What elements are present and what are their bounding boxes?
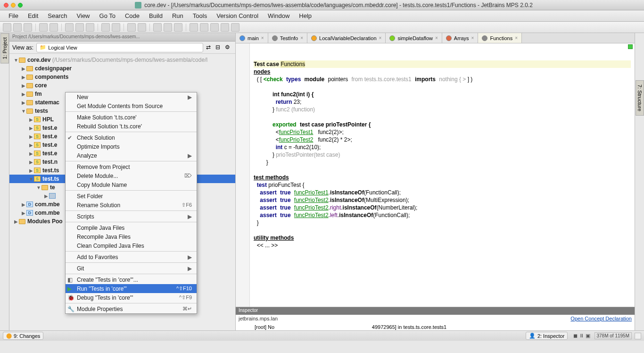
context-menu-item[interactable]: Remove from Project — [66, 162, 197, 171]
context-menu-item[interactable]: Optimize Imports — [66, 142, 197, 151]
context-menu-item[interactable]: Git▶ — [66, 264, 197, 273]
autoscroll-icon[interactable]: ⇄ — [206, 44, 214, 51]
context-menu-item[interactable]: Recompile Java Files — [66, 232, 197, 241]
menu-window[interactable]: Window — [263, 12, 294, 19]
open-concept-link[interactable]: Open Concept Declaration — [570, 316, 632, 321]
changes-tool-button[interactable]: ⬤9: Changes — [3, 332, 43, 340]
tree-row[interactable]: ▼core.dev (/Users/markus/Documents/mps-d… — [9, 56, 235, 64]
view-mode-select[interactable]: 📁 Logical View — [36, 43, 203, 52]
menu-search[interactable]: Search — [43, 12, 72, 19]
menu-goto[interactable]: Go To — [95, 12, 120, 19]
toolbar-button[interactable] — [3, 23, 11, 32]
editor-tab[interactable]: main× — [236, 33, 268, 43]
tree-row[interactable]: ▶components — [9, 73, 235, 81]
context-menu-item[interactable]: Clean Compiled Java Files — [66, 241, 197, 250]
menu-code[interactable]: Code — [120, 12, 144, 19]
context-menu-item[interactable]: Compile Java Files — [66, 223, 197, 232]
inspector-breadcrumb: jetbrains.mps.lan — [239, 316, 278, 321]
context-menu-item[interactable]: ◧Create "Tests in 'core'"... — [66, 275, 197, 284]
tree-row[interactable]: ▶cdesignpaper — [9, 64, 235, 73]
close-tab-icon[interactable]: × — [471, 35, 474, 41]
editor-tab[interactable]: LocalVariableDeclaration× — [307, 33, 386, 43]
editor-tab[interactable]: simpleDataflow× — [386, 33, 442, 43]
collapse-icon[interactable]: ⊟ — [215, 44, 223, 51]
context-menu-item[interactable]: Delete Module...⌦ — [66, 171, 197, 180]
toolbar — [0, 22, 644, 33]
gear-icon[interactable]: ⚙ — [225, 44, 232, 51]
run-button[interactable] — [164, 23, 172, 32]
close-tab-icon[interactable]: × — [435, 35, 438, 41]
context-menu-item[interactable]: Make Solution 't.ts.core' — [66, 113, 197, 122]
close-tab-icon[interactable]: × — [261, 35, 264, 41]
context-menu-item[interactable]: Copy Module Name — [66, 180, 197, 189]
context-menu-item[interactable]: Rename Solution⇧F6 — [66, 201, 197, 210]
view-as-label: View as: — [12, 44, 33, 51]
undo-button[interactable] — [39, 23, 48, 32]
memory-indicator[interactable]: 378M of 1195M — [594, 332, 632, 339]
right-gutter: 7: Structure — [635, 33, 644, 330]
toolbar-button[interactable] — [112, 23, 120, 32]
context-menu-item[interactable]: New▶ — [66, 92, 197, 101]
close-tab-icon[interactable]: × — [379, 35, 382, 41]
context-menu-item[interactable]: Set Folder — [66, 192, 197, 201]
context-menu-item[interactable]: Rebuild Solution 't.ts.core' — [66, 122, 197, 131]
menu-version-control[interactable]: Version Control — [212, 12, 263, 19]
left-gutter: 1: Project — [0, 33, 9, 330]
redo-button[interactable] — [50, 23, 58, 32]
toolbar-button[interactable] — [138, 23, 146, 32]
toolbar-button[interactable] — [200, 23, 208, 32]
context-menu-item[interactable]: Add to Favorites▶ — [66, 252, 197, 261]
menu-help[interactable]: Help — [294, 12, 316, 19]
close-tab-icon[interactable]: × — [300, 35, 303, 41]
editor-tab[interactable]: Functions× — [478, 33, 522, 43]
context-menu-item[interactable]: Scripts▶ — [66, 212, 197, 221]
toolbar-button[interactable] — [174, 23, 182, 32]
menu-bar: File Edit Search View Go To Code Build R… — [0, 10, 644, 22]
editor-tabs: main×TestInfo×LocalVariableDeclaration×s… — [236, 33, 635, 43]
editor-gutter — [236, 43, 250, 307]
menu-edit[interactable]: Edit — [23, 12, 43, 19]
zoom-window-button[interactable] — [18, 3, 23, 8]
inspector-panel: Inspector jetbrains.mps.lan Open Concept… — [236, 307, 635, 330]
toolbar-button[interactable] — [153, 23, 162, 32]
toolbar-button[interactable] — [190, 23, 198, 32]
context-menu-item[interactable]: 🐞Debug "Tests in 'core'"^⇧F9 — [66, 293, 197, 302]
toolbar-button[interactable] — [231, 23, 239, 32]
inspection-indicator — [628, 44, 633, 49]
tree-row[interactable]: ▶core — [9, 81, 235, 90]
structure-tool-button[interactable]: 7: Structure — [636, 80, 644, 116]
paste-button[interactable] — [86, 23, 94, 32]
menu-view[interactable]: View — [72, 12, 95, 19]
toolbar-button[interactable] — [221, 23, 229, 32]
context-menu-item[interactable]: ▶Run "Tests in 'core'"^⇧F10 — [66, 284, 197, 293]
toolbar-button[interactable] — [127, 23, 136, 32]
panel-header: Project /Users/markus/Documents/mps-demo… — [9, 33, 235, 42]
menu-file[interactable]: File — [4, 12, 23, 19]
toolbar-button[interactable] — [13, 23, 22, 32]
inspector-tool-button[interactable]: 👤2: Inspector — [526, 332, 568, 340]
close-tab-icon[interactable]: × — [515, 35, 518, 41]
menu-tools[interactable]: Tools — [188, 12, 212, 19]
toolbar-button[interactable] — [210, 23, 219, 32]
app-icon — [135, 2, 141, 8]
cut-button[interactable] — [65, 23, 74, 32]
window-title: core.dev - [/Users/markus/Documents/mps-… — [144, 2, 533, 8]
copy-button[interactable] — [75, 23, 84, 32]
minimize-window-button[interactable] — [11, 3, 16, 8]
menu-run[interactable]: Run — [167, 12, 188, 19]
titlebar: core.dev - [/Users/markus/Documents/mps-… — [0, 0, 644, 10]
toolbar-button[interactable] — [24, 23, 32, 32]
context-menu-item[interactable]: 🔧Module Properties⌘↵ — [66, 304, 197, 313]
menu-build[interactable]: Build — [144, 12, 167, 19]
editor-tab[interactable]: TestInfo× — [268, 33, 307, 43]
context-menu-item[interactable]: Analyze▶ — [66, 151, 197, 160]
code-editor[interactable]: Test case Functions nodes ( [ <check typ… — [250, 43, 635, 307]
toolbar-button[interactable] — [101, 23, 110, 32]
trash-icon[interactable] — [635, 333, 641, 339]
editor-tab[interactable]: Arrays× — [442, 33, 479, 43]
project-tool-button[interactable]: 1: Project — [0, 33, 9, 63]
context-menu[interactable]: New▶Get Module Contents from SourceMake … — [65, 92, 197, 314]
context-menu-item[interactable]: Get Module Contents from Source — [66, 101, 197, 110]
context-menu-item[interactable]: ✔Check Solution — [66, 133, 197, 142]
close-window-button[interactable] — [4, 3, 8, 8]
